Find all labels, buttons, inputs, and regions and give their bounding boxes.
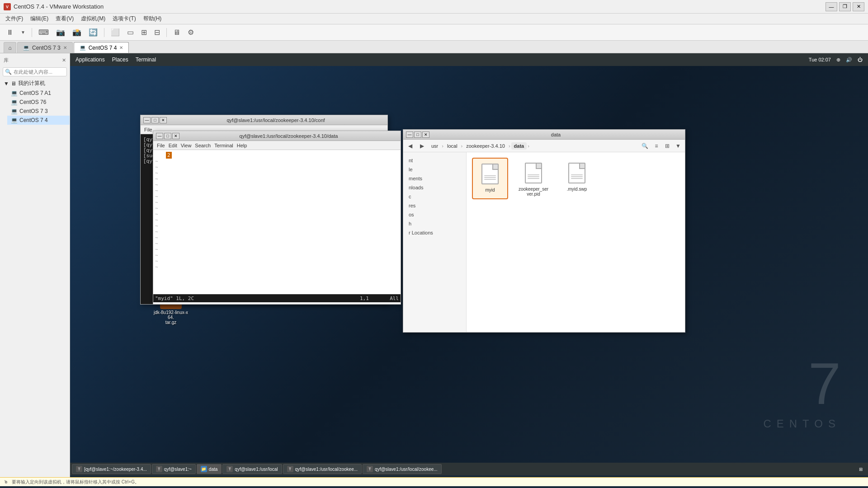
vim-status-left: "myid" 1L, 2C [155,296,194,301]
sidebar-my-computers-label: 我的计算机 [18,80,45,87]
centos-version-text: CENTOS [763,418,841,430]
toolbar-console[interactable]: 🖥 [170,26,183,39]
myid-doc-lines [484,174,496,181]
fm-back-btn[interactable]: ◀ [405,141,415,150]
taskbar-zookeeper2-terminal[interactable]: T qyf@slave1:/usr/local/zookee... [363,464,442,474]
fm-list-view-btn[interactable]: ≡ [651,141,661,150]
toolbar-fullscreen1[interactable]: ⬜ [108,26,123,39]
filemanager-close[interactable]: ✕ [422,131,429,138]
filemanager-minimize[interactable]: — [406,131,413,138]
toolbar-fullscreen2[interactable]: ▭ [124,26,137,39]
fm-search-btn[interactable]: 🔍 [640,141,650,150]
search-icon: 🔍 [5,69,12,75]
maximize-button[interactable]: ❐ [839,2,851,11]
toolbar-fullscreen3[interactable]: ⊞ [138,26,150,39]
taskbar-show-desktop-btn[interactable]: ⊞ [859,467,863,472]
vim-search-menu[interactable]: Search [195,143,211,148]
taskbar-filemanager[interactable]: 📁 data [197,464,222,474]
guest-taskbar: T [qyf@slave1:~/zookeeper-3.4... T qyf@s… [70,463,868,475]
tab-centos74[interactable]: 💻 CentOS 7 4 ✕ [74,42,129,53]
guest-apps-menu[interactable]: Applications [75,56,105,63]
fm-file-myid-swp[interactable]: .myid.swp [559,158,595,199]
vm-icon: 💻 [11,90,18,96]
filemanager-maximize[interactable]: □ [414,131,421,138]
fm-sidebar-videos[interactable]: os [403,210,466,219]
fm-view-options-btn[interactable]: ▼ [673,141,683,150]
filemanager-body: nt le ments nloads c res os h r Location… [403,152,685,332]
conf-terminal-close[interactable]: ✕ [160,117,167,123]
vim-terminal-menubar: File Edit View Search Terminal Help [153,141,401,150]
taskbar-home-terminal[interactable]: T qyf@slave1:~ [152,464,196,474]
zookeeper-pid-file-label: zookeeper_server.pid [518,187,549,197]
sidebar-item-centos7a1[interactable]: 💻 CentOS 7 A1 [7,89,70,98]
fm-sidebar-other-locations[interactable]: r Locations [403,228,466,237]
toolbar-send-key[interactable]: ⌨ [36,26,52,39]
myid-swp-file-icon [566,160,588,186]
tab-centos73[interactable]: 💻 CentOS 7 3 ✕ [17,42,73,53]
sidebar-close-icon[interactable]: ✕ [62,57,66,63]
search-input[interactable] [14,69,65,75]
menu-edit[interactable]: 编辑(E) [27,14,52,23]
vim-file-menu[interactable]: File [157,143,165,148]
toolbar-snapshot2[interactable]: 📸 [70,26,84,39]
vim-edit-menu[interactable]: Edit [169,143,177,148]
fm-breadcrumb-local[interactable]: local [444,142,460,150]
toolbar-snapshot1[interactable]: 📷 [53,26,68,39]
toolbar-power-btn[interactable]: ⏸ [4,26,16,39]
guest-places-menu[interactable]: Places [112,56,128,63]
guest-terminal-menu[interactable]: Terminal [136,56,156,63]
sidebar-search-box[interactable]: 🔍 [3,67,67,76]
vim-view-menu[interactable]: View [181,143,192,148]
tab-centos74-close[interactable]: ✕ [119,45,123,50]
menu-vm[interactable]: 虚拟机(M) [77,14,109,23]
vim-help-menu[interactable]: Help [237,143,247,148]
fm-forward-btn[interactable]: ▶ [417,141,427,150]
fm-sidebar-documents[interactable]: ments [403,174,466,183]
sidebar-item-centos76[interactable]: 💻 CentOS 76 [7,98,70,107]
fm-breadcrumb-usr[interactable]: usr [429,142,441,150]
taskbar-local-terminal[interactable]: T qyf@slave1:/usr/local [222,464,282,474]
conf-terminal-minimize[interactable]: — [143,117,151,123]
menu-view[interactable]: 查看(V) [52,14,77,23]
taskbar-conf-terminal[interactable]: T [qyf@slave1:~/zookeeper-3.4... [72,464,151,474]
menu-tab[interactable]: 选项卡(T) [109,14,139,23]
tab-home[interactable]: ⌂ [4,42,16,53]
close-button[interactable]: ✕ [853,2,864,11]
fm-breadcrumb-data[interactable]: data [511,142,527,150]
sidebar-item-centos74[interactable]: 💻 CentOS 7 4 [7,116,70,125]
menu-file[interactable]: 文件(F) [2,14,27,23]
fm-file-zookeeper-pid[interactable]: zookeeper_server.pid [515,158,552,199]
conf-terminal-maximize[interactable]: □ [151,117,159,123]
vim-terminal-close[interactable]: ✕ [172,133,179,139]
conf-file-menu[interactable]: File [144,127,152,132]
toolbar-snapshot3[interactable]: 🔄 [86,26,100,39]
fm-breadcrumb-zoo[interactable]: zookeeper-3.4.10 [463,142,508,150]
fm-sidebar-trash[interactable]: h [403,219,466,228]
toolbar-power-dropdown[interactable]: ▼ [18,26,28,39]
sidebar-item-centos73[interactable]: 💻 CentOS 7 3 [7,107,70,116]
fm-sidebar-downloads[interactable]: nloads [403,183,466,192]
toolbar-settings[interactable]: ⚙ [185,26,197,39]
fm-file-myid[interactable]: myid [472,158,508,199]
menu-help[interactable]: 帮助(H) [140,14,165,23]
network-icon: ⊕ [836,57,840,63]
tab-centos73-close[interactable]: ✕ [63,45,67,50]
vm-icon: 💻 [11,99,18,105]
sidebar-item-my-computers[interactable]: ▼ 🖥 我的计算机 [0,78,70,89]
titlebar: V CentOS 7.4 - VMware Workstation — ❐ ✕ [0,0,868,14]
myid-file-icon [479,161,501,187]
taskbar-zookeeper1-terminal[interactable]: T qyf@slave1:/usr/local/zookee... [283,464,362,474]
fm-sidebar-nt[interactable]: nt [403,156,466,165]
minimize-button[interactable]: — [826,2,837,11]
toolbar-fullscreen4[interactable]: ⊟ [151,26,163,39]
filemanager-titlebar: — □ ✕ data [403,130,685,140]
vim-terminal-maximize[interactable]: □ [164,133,171,139]
fm-grid-view-btn[interactable]: ⊞ [662,141,672,150]
fm-sidebar-pictures[interactable]: res [403,201,466,210]
fm-sidebar-le[interactable]: le [403,165,466,174]
fm-sidebar-music[interactable]: c [403,192,466,201]
vim-terminal-menu[interactable]: Terminal [214,143,233,148]
taskbar-home-icon: T [156,466,162,472]
vim-terminal-minimize[interactable]: — [156,133,163,139]
taskbar-end: ⊞ [859,467,866,472]
